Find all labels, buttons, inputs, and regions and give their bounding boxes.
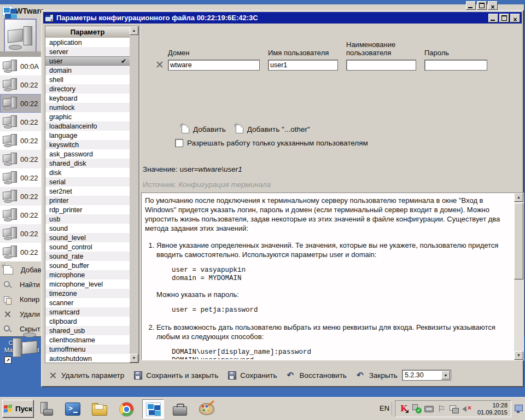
terminal-item[interactable]: 00:22 xyxy=(0,187,43,206)
terminal-item[interactable]: 00:22 xyxy=(0,94,43,113)
action-copy[interactable]: Копир xyxy=(0,292,43,307)
param-item-application[interactable]: application xyxy=(45,38,130,47)
network-icon[interactable] xyxy=(450,404,459,413)
param-item-printer[interactable]: printer xyxy=(45,196,130,205)
scroll-up-button[interactable]: ▲ xyxy=(130,26,138,35)
action-delete-x[interactable]: Удали xyxy=(0,307,43,322)
param-item-serial[interactable]: serial xyxy=(45,177,130,186)
volume-muted-icon[interactable] xyxy=(462,404,471,413)
param-item-microphone_level[interactable]: microphone_level xyxy=(45,279,130,289)
toolbar-delete-x-button[interactable]: Удалить параметр xyxy=(49,371,124,380)
scrollbar-track[interactable] xyxy=(130,35,138,354)
restrict-users-checkbox[interactable]: Разрешать работу только указанным пользо… xyxy=(175,139,368,147)
param-item-usb[interactable]: usb xyxy=(45,214,130,224)
param-item-autoshutdown[interactable]: autoshutdown xyxy=(45,354,130,363)
scroll-down-button[interactable]: ▼ xyxy=(514,351,523,360)
terminal-item[interactable]: 00:22 xyxy=(0,224,43,243)
param-item-ask_password[interactable]: ask_password xyxy=(45,149,130,159)
action-new-doc[interactable]: Добав xyxy=(0,262,43,277)
main-maximize-button[interactable] xyxy=(477,1,487,10)
param-item-domain[interactable]: domain xyxy=(45,66,130,75)
terminal-item[interactable]: 00:22 xyxy=(0,150,43,168)
usb-eject-icon[interactable] xyxy=(412,404,421,413)
quick-launch-paint[interactable] xyxy=(196,399,218,419)
quick-launch-admin-tools[interactable] xyxy=(169,399,191,419)
param-item-sound[interactable]: sound xyxy=(45,224,130,233)
version-dropdown[interactable]: 5.2.30 ▼ xyxy=(402,370,451,381)
param-item-clienthostname[interactable]: clienthostname xyxy=(45,335,130,345)
dialog-titlebar[interactable]: Параметры конфигурационного файла 00:22:… xyxy=(43,12,522,24)
remove-row-icon[interactable] xyxy=(156,61,164,68)
dialog-maximize-button[interactable] xyxy=(499,14,509,22)
terminal-item[interactable]: 00:0A xyxy=(0,57,43,75)
flag-icon[interactable] xyxy=(437,404,446,413)
scroll-down-button[interactable]: ▼ xyxy=(130,354,138,363)
param-item-keyboard[interactable]: keyboard xyxy=(45,94,130,103)
param-item-graphic[interactable]: graphic xyxy=(45,112,130,121)
quick-launch-explorer[interactable] xyxy=(89,399,110,419)
action-hide[interactable]: Скрыт xyxy=(0,322,43,336)
param-item-loadbalanceinfo[interactable]: loadbalanceinfo xyxy=(45,121,130,131)
show-desktop-button[interactable] xyxy=(515,402,523,416)
display-name-input[interactable] xyxy=(346,60,416,71)
terminal-item[interactable]: 00:22 xyxy=(0,168,43,187)
dialog-close-button[interactable]: × xyxy=(510,14,520,22)
scroll-up-button[interactable]: ▲ xyxy=(514,193,523,202)
param-item-user[interactable]: user✔ xyxy=(45,56,130,66)
computer-icon xyxy=(3,60,18,73)
username-input[interactable] xyxy=(268,60,338,71)
start-button[interactable]: Пуск xyxy=(2,400,34,418)
vmware-icon[interactable] xyxy=(424,404,434,413)
password-input[interactable] xyxy=(424,60,487,71)
param-item-directory[interactable]: directory xyxy=(45,84,130,94)
terminal-item[interactable]: 00:22 xyxy=(0,113,43,131)
param-item-ser2net[interactable]: ser2net xyxy=(45,186,130,196)
param-item-microphone[interactable]: microphone xyxy=(45,270,130,279)
action-search[interactable]: Найти xyxy=(0,277,43,292)
quick-launch-server-manager[interactable] xyxy=(35,399,57,419)
param-item-numlock[interactable]: numlock xyxy=(45,103,130,112)
param-item-timezone[interactable]: timezone xyxy=(45,289,130,298)
param-item-clipboard[interactable]: clipboard xyxy=(45,317,130,326)
main-minimize-button[interactable] xyxy=(466,1,476,10)
param-item-rdp_printer[interactable]: rdp_printer xyxy=(45,205,130,214)
dialog-minimize-button[interactable] xyxy=(488,14,498,22)
param-item-sound_level[interactable]: sound_level xyxy=(45,233,130,242)
terminal-item[interactable]: 00:22 xyxy=(0,243,43,261)
domain-input[interactable] xyxy=(168,60,260,71)
add-other-button[interactable]: Добавить "...other" xyxy=(236,125,310,133)
dropdown-arrow-button[interactable]: ▼ xyxy=(441,371,450,380)
param-item-turnoffmenu[interactable]: turnoffmenu xyxy=(45,345,130,354)
action-label: Удали xyxy=(20,310,40,318)
toolbar-save-close-button[interactable]: Сохранить и закрыть xyxy=(134,371,218,380)
main-close-button[interactable]: × xyxy=(488,1,498,10)
param-item-language[interactable]: language xyxy=(45,131,130,140)
param-item-shared_usb[interactable]: shared_usb xyxy=(45,326,130,335)
param-item-shell[interactable]: shell xyxy=(45,75,130,84)
terminal-item[interactable]: 00:22 xyxy=(0,206,43,224)
toolbar-save-button[interactable]: Сохранить xyxy=(228,371,277,380)
toolbar-undo-button[interactable]: Восстановить xyxy=(287,371,346,380)
param-item-keyswitch[interactable]: keyswitch xyxy=(45,140,130,149)
terminal-item[interactable]: 00:22 xyxy=(0,131,43,150)
param-item-sound_rate[interactable]: sound_rate xyxy=(45,252,130,261)
param-item-sound_control[interactable]: sound_control xyxy=(45,242,130,252)
computer-management-shortcut[interactable]: Computer Management xyxy=(3,338,40,354)
language-indicator[interactable]: EN xyxy=(377,402,392,415)
scrollbar-thumb[interactable] xyxy=(514,203,523,279)
param-item-shared_disk[interactable]: shared_disk xyxy=(45,159,130,168)
quick-launch-powershell[interactable] xyxy=(62,399,84,419)
param-item-disk[interactable]: disk xyxy=(45,168,130,177)
param-item-server[interactable]: server xyxy=(45,47,130,56)
kaspersky-icon[interactable] xyxy=(399,404,409,413)
terminal-mac: 00:22 xyxy=(20,230,38,238)
param-item-scanner[interactable]: scanner xyxy=(45,298,130,307)
terminal-item[interactable]: 00:22 xyxy=(0,75,43,94)
quick-launch-wtware[interactable] xyxy=(142,399,164,419)
toolbar-close-undo-button[interactable]: Закрыть xyxy=(357,371,398,380)
param-item-sound_buffer[interactable]: sound_buffer xyxy=(45,261,130,270)
param-item-smartcard[interactable]: smartcard xyxy=(45,307,130,317)
add-button[interactable]: Добавить xyxy=(182,125,226,133)
quick-launch-chrome[interactable] xyxy=(115,399,137,419)
help-scrollbar[interactable]: ▲ ▼ xyxy=(514,193,523,360)
